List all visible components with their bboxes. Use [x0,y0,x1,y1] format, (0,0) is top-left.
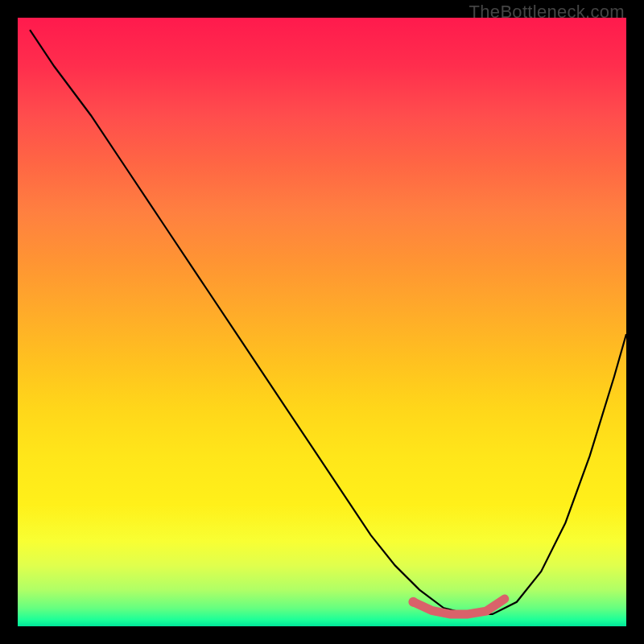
plot-area [18,18,626,626]
marker-stroke [413,599,504,614]
bottleneck-curve [30,30,626,614]
optimal-range-markers [408,597,504,614]
curve-svg [18,18,626,626]
chart-frame: TheBottleneck.com [0,0,644,644]
